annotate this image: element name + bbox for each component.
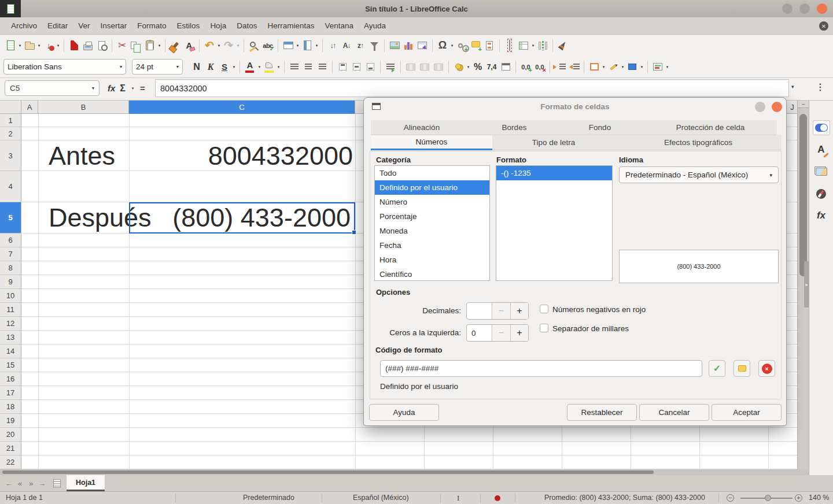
negative-red-checkbox[interactable] [540,305,548,313]
sum-dropdown-arrow[interactable]: ▾ [130,86,135,91]
row-header-18[interactable]: 18 [0,400,21,414]
column-header-a[interactable]: A [21,101,38,114]
font-name-combo[interactable]: Liberation Sans▾ [3,59,126,75]
thousands-separator-checkbox[interactable] [540,324,548,332]
row-header-22[interactable]: 22 [0,455,21,469]
redo-dropdown-arrow[interactable]: ▾ [235,43,241,48]
split-window-handle[interactable]: − [798,101,809,108]
sheet-tab-hoja1[interactable]: Hoja1 [67,475,105,491]
menu-item-estilos[interactable]: Estilos [172,19,205,32]
sort-ascending-button[interactable]: A↓ [340,38,353,53]
row-header-20[interactable]: 20 [0,428,21,442]
tab-tipo-de-letra[interactable]: Tipo de letra [492,135,615,150]
row-header-16[interactable]: 16 [0,372,21,386]
row-header-7[interactable]: 7 [0,247,21,261]
border-color-dropdown-arrow[interactable]: ▾ [639,65,644,69]
name-box-dropdown-arrow[interactable]: ▾ [92,86,94,91]
decimals-minus-button[interactable]: − [492,303,510,319]
headers-footers-button[interactable] [482,38,496,53]
special-character-button[interactable]: Ω [436,38,449,53]
zoom-slider-thumb[interactable] [765,495,771,501]
menu-item-editar[interactable]: Editar [42,19,73,32]
category-item-hora[interactable]: Hora [375,253,489,267]
bold-button[interactable]: N [190,60,204,75]
zoom-level[interactable]: 140 % [809,494,829,502]
unmerge-cells-button[interactable] [432,60,445,75]
row-header-15[interactable]: 15 [0,358,21,372]
row-header-1[interactable]: 1 [0,114,21,127]
tab-fondo[interactable]: Fondo [556,120,644,135]
freeze-panes-button[interactable] [517,38,530,53]
autofilter-button[interactable] [367,38,381,53]
wrap-text-button[interactable] [384,60,397,75]
category-item-todo[interactable]: Todo [375,166,489,180]
select-all-corner[interactable] [0,101,21,114]
border-color-button[interactable] [625,60,639,75]
font-size-combo[interactable]: 24 pt▾ [132,59,183,75]
clear-formatting-button[interactable]: A [182,38,196,53]
edit-comment-button[interactable] [734,360,750,377]
negative-red-label[interactable]: Números negativos en rojo [552,305,646,314]
menu-item-formato[interactable]: Formato [132,19,171,32]
row-dropdown-arrow[interactable]: ▾ [295,43,300,48]
insert-mode-icon[interactable]: I [457,494,459,503]
maximize-button[interactable] [799,3,810,14]
delete-format-button[interactable]: × [758,360,775,377]
previous-sheet-icon[interactable]: « [14,479,25,488]
horizontal-scrollbar-thumb[interactable] [2,470,654,474]
number-format-button[interactable]: 7,4 [485,60,499,75]
menu-item-ventana[interactable]: Ventana [319,19,359,32]
find-replace-button[interactable] [247,38,261,53]
underline-button[interactable]: S [218,60,231,75]
sidebar-functions-button[interactable]: fx [813,208,830,223]
format-item[interactable]: -() -1235 [496,166,612,180]
language-status[interactable]: Español (México) [353,494,409,502]
highlight-dropdown-arrow[interactable]: ▾ [276,65,281,69]
increase-indent-button[interactable] [553,60,567,75]
category-item-definido-por-el-usuario[interactable]: Definido por el usuario [375,180,489,195]
font-size-dropdown-arrow[interactable]: ▾ [176,64,179,69]
decimals-spinner[interactable]: − + [466,302,529,320]
open-dropdown-arrow[interactable]: ▾ [36,43,42,48]
page-style-status[interactable]: Predeterminado [243,494,294,502]
help-button[interactable]: Ayuda [369,404,439,421]
menu-item-ayuda[interactable]: Ayuda [359,19,391,32]
category-item-porcentaje[interactable]: Porcentaje [375,209,489,224]
leading-zeros-spinner[interactable]: 0 − + [466,324,529,342]
align-right-button[interactable] [315,60,329,75]
insert-pivot-table-button[interactable] [415,38,429,53]
last-sheet-icon[interactable]: → [36,479,47,488]
insert-chart-button[interactable] [401,38,415,53]
export-pdf-button[interactable] [67,38,81,53]
category-item-cientifico[interactable]: Científico [375,267,489,281]
copy-button[interactable] [129,38,143,53]
save-dropdown-arrow[interactable]: ▾ [56,43,61,48]
paste-button[interactable] [143,38,157,53]
align-left-button[interactable] [288,60,301,75]
expand-formula-bar-icon[interactable]: ▾ [791,84,794,90]
tab-proteccion-de-celda[interactable]: Protección de celda [644,120,777,135]
delete-decimal-button[interactable]: 0,0× [533,60,547,75]
ok-button[interactable]: Aceptar [712,404,782,421]
row-header-19[interactable]: 19 [0,414,21,428]
tab-alineacion[interactable]: Alineación [371,120,473,135]
tab-numeros[interactable]: Números [371,135,492,150]
row-header-10[interactable]: 10 [0,289,21,303]
save-button[interactable]: ↓ [42,38,56,53]
close-button[interactable] [817,3,827,14]
special-character-dropdown-arrow[interactable]: ▾ [449,43,455,48]
align-bottom-button[interactable] [363,60,377,75]
split-window-button[interactable] [536,38,550,53]
add-decimal-button[interactable]: 0,0+ [519,60,533,75]
row-header-11[interactable]: 11 [0,303,21,317]
formula-input[interactable]: 8004332000 [155,79,789,97]
next-sheet-icon[interactable]: » [25,479,36,488]
vertical-scrollbar-thumb[interactable] [799,114,807,276]
borders-dropdown-arrow[interactable]: ▾ [601,65,606,69]
tab-efectos-tipograficos[interactable]: Efectos tipográficos [615,135,782,150]
sidebar-navigator-button[interactable] [813,186,830,201]
cell-b3[interactable]: Antes [49,140,115,171]
row-header-2[interactable]: 2 [0,127,21,140]
italic-button[interactable]: K [204,60,218,75]
row-header-9[interactable]: 9 [0,275,21,289]
